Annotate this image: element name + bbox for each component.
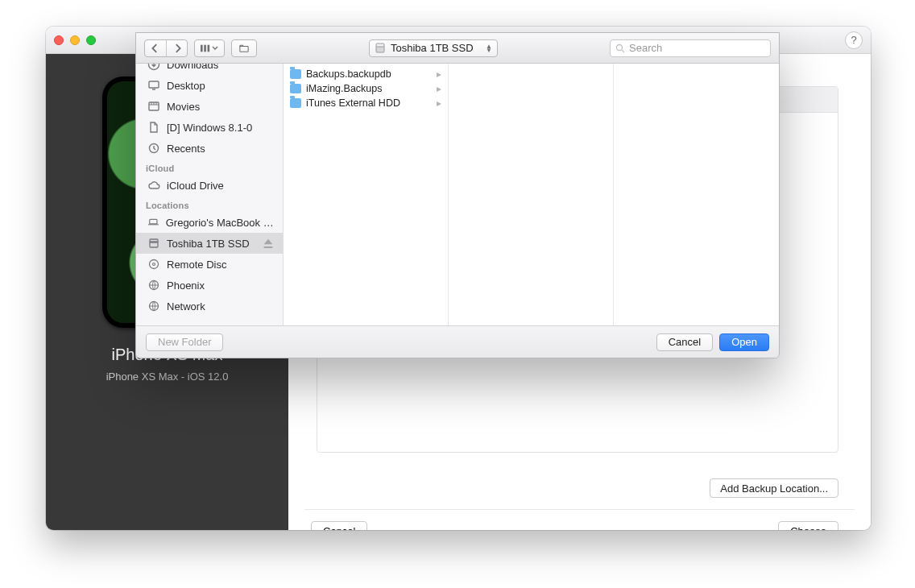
sidebar-item-phoenix[interactable]: Phoenix (136, 275, 283, 296)
svg-rect-5 (376, 43, 384, 47)
folder-row[interactable]: iTunes External HDD ▸ (284, 96, 448, 110)
laptop-icon (147, 216, 159, 229)
path-popup-label: Toshiba 1TB SSD (391, 42, 474, 54)
external-disk-icon (147, 237, 160, 250)
sidebar-item-network[interactable]: Network (136, 296, 283, 317)
help-icon-text: ? (851, 34, 856, 46)
new-folder-label: New Folder (158, 336, 211, 348)
view-mode-button[interactable] (194, 39, 225, 57)
column-1: Backups.backupdb ▸ iMazing.Backups ▸ iTu… (284, 64, 449, 325)
recents-icon (147, 142, 160, 155)
search-placeholder: Search (629, 42, 662, 54)
chevron-right-icon: ▸ (437, 97, 441, 109)
svg-rect-13 (150, 239, 158, 242)
open-panel-footer: New Folder Cancel Open (136, 325, 779, 358)
disc-icon (147, 258, 160, 271)
choose-button-label: Choose (790, 525, 826, 531)
group-by-button[interactable] (231, 39, 257, 57)
sidebar-item-label: Phoenix (167, 280, 205, 292)
sidebar-item-label: Downloads (167, 64, 218, 71)
svg-rect-2 (208, 44, 210, 52)
sidebar-item-toshiba-ssd[interactable]: Toshiba 1TB SSD (136, 233, 283, 254)
sidebar-item-windows-doc[interactable]: [D] Windows 8.1-0 (136, 117, 283, 138)
sidebar-item-movies[interactable]: Movies (136, 96, 283, 117)
sidebar-item-label: Network (167, 300, 205, 313)
sidebar-item-label: Movies (167, 101, 200, 113)
cancel-button[interactable]: Cancel (311, 521, 367, 530)
column-browser: Backups.backupdb ▸ iMazing.Backups ▸ iTu… (284, 64, 779, 325)
svg-rect-1 (204, 44, 206, 52)
downloads-icon (147, 64, 160, 71)
globe-icon (147, 300, 160, 313)
folder-label: iTunes External HDD (306, 97, 400, 109)
sidebar-item-label: [D] Windows 8.1-0 (167, 122, 252, 134)
svg-rect-11 (150, 219, 157, 224)
sidebar-item-downloads[interactable]: Downloads (136, 64, 283, 75)
chevron-right-icon: ▸ (437, 68, 441, 80)
divider (304, 509, 855, 510)
sidebar-item-label: iCloud Drive (167, 180, 224, 192)
cloud-icon (147, 179, 160, 192)
help-button[interactable]: ? (845, 31, 863, 49)
folder-label: Backups.backupdb (306, 68, 391, 80)
globe-icon (147, 279, 160, 292)
sheet-open-label: Open (731, 336, 757, 348)
sidebar-item-label: Desktop (167, 80, 205, 92)
sidebar-item-macbook[interactable]: Gregorio's MacBook Pr… (136, 212, 283, 233)
svg-point-6 (617, 44, 623, 50)
svg-point-14 (150, 260, 159, 269)
sidebar-item-label: Remote Disc (167, 259, 226, 271)
chevron-right-icon: ▸ (437, 83, 441, 94)
sidebar-item-label: Gregorio's MacBook Pr… (166, 217, 275, 229)
nav-forward-button[interactable] (166, 40, 187, 56)
folder-group-icon (239, 43, 249, 53)
folder-row[interactable]: iMazing.Backups ▸ (284, 81, 448, 96)
sidebar-item-recents[interactable]: Recents (136, 138, 283, 159)
nav-back-forward (144, 39, 188, 57)
svg-rect-3 (240, 46, 248, 52)
sheet-cancel-label: Cancel (669, 336, 701, 348)
close-window-button[interactable] (54, 35, 64, 45)
folder-icon (290, 69, 301, 79)
eject-icon[interactable] (262, 237, 275, 250)
folder-icon (290, 84, 301, 93)
cancel-button-label: Cancel (323, 525, 355, 531)
chevron-left-icon (151, 43, 160, 53)
path-popup-button[interactable]: Toshiba 1TB SSD ▲▼ (369, 39, 498, 57)
search-icon (615, 43, 625, 53)
open-panel-toolbar: Toshiba 1TB SSD ▲▼ Search (136, 33, 779, 64)
svg-rect-0 (201, 44, 203, 52)
external-disk-icon (375, 43, 386, 54)
sidebar-item-remote-disc[interactable]: Remote Disc (136, 254, 283, 275)
traffic-lights (54, 35, 96, 45)
sidebar-item-desktop[interactable]: Desktop (136, 75, 283, 96)
chevron-updown-icon: ▲▼ (486, 44, 492, 52)
columns-icon (201, 43, 210, 53)
new-folder-button[interactable]: New Folder (146, 333, 223, 351)
sidebar-item-label: Recents (167, 143, 205, 155)
sheet-cancel-button[interactable]: Cancel (656, 333, 713, 351)
choose-button[interactable]: Choose (778, 521, 838, 530)
sidebar-section-icloud: iCloud (136, 159, 283, 175)
folder-row[interactable]: Backups.backupdb ▸ (284, 67, 448, 81)
sidebar-item-label: Toshiba 1TB SSD (167, 238, 250, 250)
zoom-window-button[interactable] (86, 35, 96, 45)
nav-back-button[interactable] (145, 40, 166, 56)
column-2 (449, 64, 614, 325)
desktop-icon (147, 79, 160, 92)
add-backup-location-label: Add Backup Location... (720, 482, 828, 495)
search-input[interactable]: Search (610, 39, 771, 57)
chevron-right-icon (172, 43, 182, 53)
sidebar-section-locations: Locations (136, 196, 283, 212)
sidebar: Downloads Desktop Movies [D] Windows 8.1… (136, 64, 284, 325)
minimize-window-button[interactable] (70, 35, 80, 45)
sidebar-item-icloud-drive[interactable]: iCloud Drive (136, 175, 283, 196)
movies-icon (147, 100, 160, 113)
open-panel: Toshiba 1TB SSD ▲▼ Search Downloads Desk… (135, 32, 780, 358)
svg-rect-8 (149, 81, 159, 88)
svg-point-15 (153, 263, 155, 266)
sheet-open-button[interactable]: Open (719, 333, 769, 351)
add-backup-location-button[interactable]: Add Backup Location... (710, 478, 838, 498)
device-subtitle: iPhone XS Max - iOS 12.0 (106, 371, 229, 383)
chevron-down-icon (212, 46, 218, 51)
